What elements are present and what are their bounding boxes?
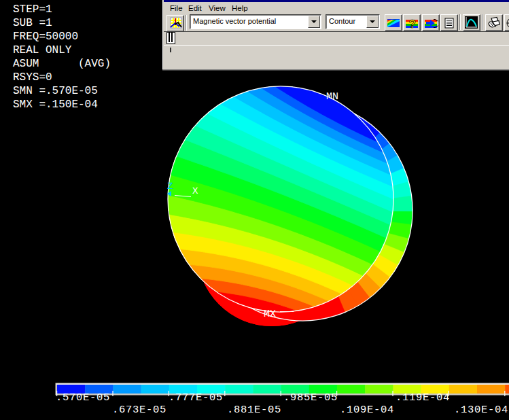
svg-text:?: ? [409, 18, 416, 31]
